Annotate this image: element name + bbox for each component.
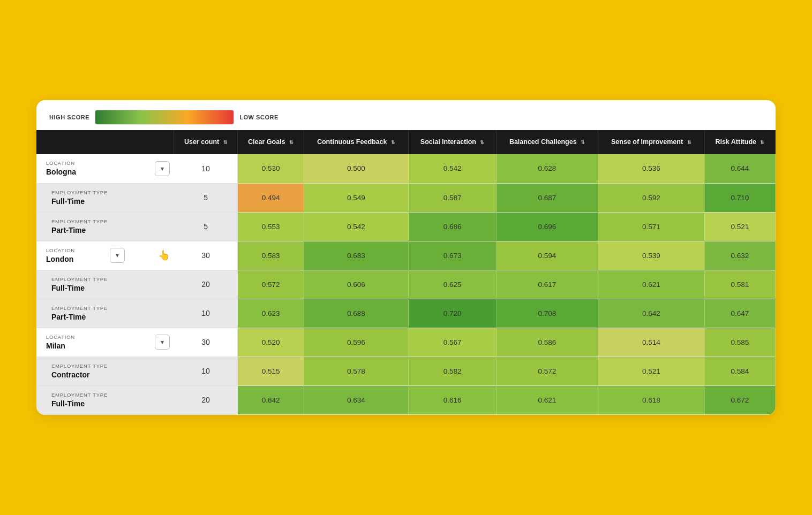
score-cell-continuous-feedback: 0.683 bbox=[304, 241, 408, 270]
score-cell-social-interaction: 0.542 bbox=[409, 154, 497, 183]
row-name-label: Bologna bbox=[46, 168, 76, 176]
user-count-cell: 30 bbox=[174, 241, 238, 270]
score-cell-balanced-challenges: 0.696 bbox=[497, 212, 598, 241]
score-cell-risk-attitude: 0.644 bbox=[704, 154, 775, 183]
score-cell-risk-attitude: 0.647 bbox=[704, 299, 775, 328]
score-cell-clear-goals: 0.530 bbox=[238, 154, 304, 183]
table-wrapper: User count ⇅ Clear Goals ⇅ Continuous Fe… bbox=[36, 130, 776, 414]
score-cell-balanced-challenges: 0.572 bbox=[497, 357, 598, 385]
score-cell-continuous-feedback: 0.634 bbox=[304, 385, 408, 414]
score-cell-balanced-challenges: 0.586 bbox=[497, 328, 598, 357]
sort-icon-risk-attitude[interactable]: ⇅ bbox=[760, 139, 764, 146]
expand-button[interactable]: ▾ bbox=[155, 335, 170, 350]
low-score-label: LOW SCORE bbox=[239, 114, 279, 120]
row-type-label: EMPLOYMENT TYPE bbox=[51, 305, 170, 311]
score-cell-clear-goals: 0.642 bbox=[238, 385, 304, 414]
score-cell-clear-goals: 0.623 bbox=[238, 299, 304, 328]
expand-button[interactable]: ▾ bbox=[110, 248, 125, 263]
score-cell-social-interaction: 0.673 bbox=[409, 241, 497, 270]
score-cell-risk-attitude: 0.672 bbox=[704, 385, 775, 414]
employment-row: EMPLOYMENT TYPE Contractor 100.5150.5780… bbox=[36, 357, 776, 385]
score-cell-social-interaction: 0.625 bbox=[409, 270, 497, 299]
score-cell-continuous-feedback: 0.688 bbox=[304, 299, 408, 328]
score-cell-balanced-challenges: 0.621 bbox=[497, 385, 598, 414]
row-label-cell: EMPLOYMENT TYPE Full-Time bbox=[36, 183, 174, 212]
score-cell-risk-attitude: 0.581 bbox=[704, 270, 775, 299]
sort-icon-balanced-challenges[interactable]: ⇅ bbox=[581, 139, 585, 146]
score-cell-social-interaction: 0.567 bbox=[409, 328, 497, 357]
main-card: HIGH SCORE LOW SCORE User count ⇅ Clear … bbox=[36, 100, 776, 414]
score-cell-sense-of-improvement: 0.536 bbox=[598, 154, 704, 183]
sort-icon-clear-goals[interactable]: ⇅ bbox=[289, 139, 294, 146]
col-header-clear-goals[interactable]: Clear Goals ⇅ bbox=[238, 130, 304, 154]
score-cell-clear-goals: 0.583 bbox=[238, 241, 304, 270]
row-label-cell: EMPLOYMENT TYPE Part-Time bbox=[36, 212, 174, 241]
employment-row: EMPLOYMENT TYPE Part-Time 100.6230.6880.… bbox=[36, 299, 776, 328]
score-cell-balanced-challenges: 0.708 bbox=[497, 299, 598, 328]
row-label-cell: LOCATION Milan ▾ bbox=[36, 328, 174, 357]
col-header-balanced-challenges[interactable]: Balanced Challenges ⇅ bbox=[497, 130, 598, 154]
score-cell-balanced-challenges: 0.594 bbox=[497, 241, 598, 270]
score-cell-balanced-challenges: 0.617 bbox=[497, 270, 598, 299]
col-header-location bbox=[36, 130, 174, 154]
row-name-label: London bbox=[46, 255, 73, 263]
row-type-label: EMPLOYMENT TYPE bbox=[51, 190, 170, 195]
score-cell-risk-attitude: 0.584 bbox=[704, 357, 775, 385]
score-cell-continuous-feedback: 0.606 bbox=[304, 270, 408, 299]
score-cell-continuous-feedback: 0.578 bbox=[304, 357, 408, 385]
score-cell-risk-attitude: 0.521 bbox=[704, 212, 775, 241]
row-name-label: Full-Time bbox=[51, 399, 85, 408]
sort-icon-social-interaction[interactable]: ⇅ bbox=[480, 139, 484, 146]
score-cell-sense-of-improvement: 0.571 bbox=[598, 212, 704, 241]
legend: HIGH SCORE LOW SCORE bbox=[36, 100, 776, 130]
score-cell-continuous-feedback: 0.500 bbox=[304, 154, 408, 183]
expand-button[interactable]: ▾ bbox=[155, 161, 170, 176]
score-cell-risk-attitude: 0.710 bbox=[704, 183, 775, 212]
row-label-cell: EMPLOYMENT TYPE Full-Time bbox=[36, 270, 174, 299]
score-cell-continuous-feedback: 0.549 bbox=[304, 183, 408, 212]
user-count-cell: 20 bbox=[174, 385, 238, 414]
sort-icon-sense-improvement[interactable]: ⇅ bbox=[687, 139, 691, 146]
employment-row: EMPLOYMENT TYPE Full-Time 200.5720.6060.… bbox=[36, 270, 776, 299]
sort-icon-continuous-feedback[interactable]: ⇅ bbox=[391, 139, 395, 146]
score-cell-continuous-feedback: 0.596 bbox=[304, 328, 408, 357]
col-header-sense-improvement[interactable]: Sense of Improvement ⇅ bbox=[598, 130, 704, 154]
row-type-label: LOCATION bbox=[46, 247, 75, 253]
location-row: LOCATION Milan ▾ 300.5200.5960.5670.5860… bbox=[36, 328, 776, 357]
sort-icon-user-count[interactable]: ⇅ bbox=[223, 139, 228, 146]
scores-table: User count ⇅ Clear Goals ⇅ Continuous Fe… bbox=[36, 130, 776, 414]
row-label-cell: EMPLOYMENT TYPE Full-Time bbox=[36, 385, 174, 414]
row-name-label: Full-Time bbox=[51, 284, 85, 292]
score-cell-clear-goals: 0.520 bbox=[238, 328, 304, 357]
col-header-user-count[interactable]: User count ⇅ bbox=[174, 130, 238, 154]
score-cell-risk-attitude: 0.585 bbox=[704, 328, 775, 357]
row-name-label: Contractor bbox=[51, 370, 90, 379]
score-cell-clear-goals: 0.494 bbox=[238, 183, 304, 212]
employment-row: EMPLOYMENT TYPE Full-Time 50.4940.5490.5… bbox=[36, 183, 776, 212]
score-cell-sense-of-improvement: 0.521 bbox=[598, 357, 704, 385]
score-gradient-bar bbox=[95, 110, 234, 125]
score-cell-sense-of-improvement: 0.642 bbox=[598, 299, 704, 328]
col-header-risk-attitude[interactable]: Risk Attitude ⇅ bbox=[704, 130, 775, 154]
row-name-label: Milan bbox=[46, 342, 65, 350]
score-cell-balanced-challenges: 0.687 bbox=[497, 183, 598, 212]
col-header-continuous-feedback[interactable]: Continuous Feedback ⇅ bbox=[304, 130, 408, 154]
col-header-social-interaction[interactable]: Social Interaction ⇅ bbox=[409, 130, 497, 154]
score-cell-sense-of-improvement: 0.514 bbox=[598, 328, 704, 357]
score-cell-sense-of-improvement: 0.539 bbox=[598, 241, 704, 270]
row-type-label: EMPLOYMENT TYPE bbox=[51, 392, 170, 398]
row-label-cell: LOCATION Bologna ▾ bbox=[36, 154, 174, 183]
score-cell-social-interaction: 0.686 bbox=[409, 212, 497, 241]
score-cell-balanced-challenges: 0.628 bbox=[497, 154, 598, 183]
user-count-cell: 5 bbox=[174, 183, 238, 212]
row-name-label: Part-Time bbox=[51, 226, 86, 234]
score-cell-sense-of-improvement: 0.621 bbox=[598, 270, 704, 299]
row-label-cell: LOCATION London ▾👆 bbox=[36, 241, 174, 270]
table-header-row: User count ⇅ Clear Goals ⇅ Continuous Fe… bbox=[36, 130, 776, 154]
row-name-label: Part-Time bbox=[51, 313, 86, 321]
score-cell-social-interaction: 0.582 bbox=[409, 357, 497, 385]
row-type-label: EMPLOYMENT TYPE bbox=[51, 276, 170, 282]
user-count-cell: 10 bbox=[174, 299, 238, 328]
score-cell-continuous-feedback: 0.542 bbox=[304, 212, 408, 241]
score-cell-clear-goals: 0.553 bbox=[238, 212, 304, 241]
